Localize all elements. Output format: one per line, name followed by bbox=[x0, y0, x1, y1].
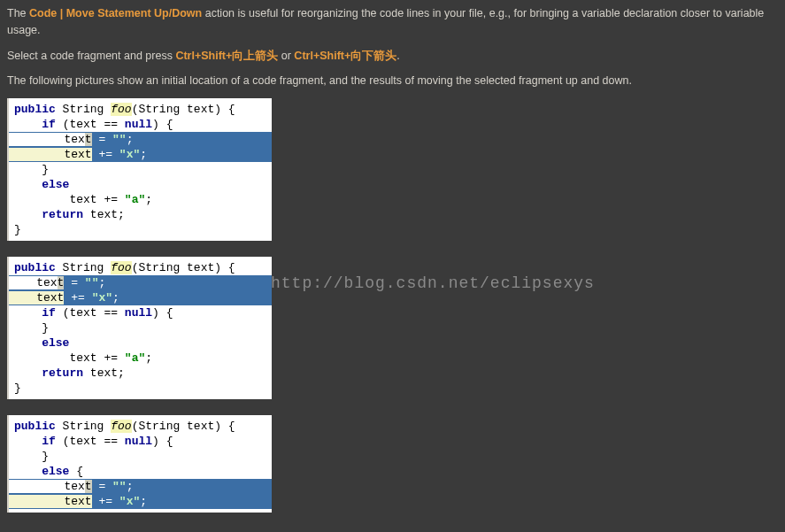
code-line: if (text == null) { bbox=[9, 117, 272, 132]
shortcut-text-1: Select a code fragment and press bbox=[7, 50, 175, 62]
code-line: text += "a"; bbox=[9, 192, 272, 207]
shortcut-down: Ctrl+Shift+向下箭头 bbox=[294, 50, 396, 62]
action-name: Code | Move Statement Up/Down bbox=[29, 7, 202, 19]
shortcut-text-3: . bbox=[396, 50, 399, 62]
shortcut-text-2: or bbox=[278, 50, 294, 62]
code-line: public String foo(String text) { bbox=[9, 102, 272, 117]
code-line: public String foo(String text) { bbox=[9, 419, 272, 434]
code-line: else bbox=[9, 177, 272, 192]
shortcut-paragraph: Select a code fragment and press Ctrl+Sh… bbox=[7, 48, 778, 65]
shortcut-up: Ctrl+Shift+向上箭头 bbox=[175, 50, 278, 62]
code-line: else { bbox=[9, 464, 272, 479]
code-line: if (text == null) { bbox=[9, 434, 272, 449]
code-line: public String foo(String text) { bbox=[9, 260, 272, 275]
explain-paragraph: The following pictures show an initial l… bbox=[7, 73, 778, 89]
code-line-selected: text += "x"; bbox=[9, 147, 272, 162]
intro-text-1: The bbox=[7, 7, 29, 19]
code-line: if (text == null) { bbox=[9, 305, 272, 320]
code-line: } bbox=[9, 320, 272, 335]
code-line: } bbox=[9, 381, 272, 396]
code-line: text += "a"; bbox=[9, 351, 272, 366]
code-line: return text; bbox=[9, 207, 272, 222]
code-line-selected: text += "x"; bbox=[9, 290, 272, 305]
code-line: } bbox=[9, 222, 272, 237]
code-line: return text; bbox=[9, 366, 272, 381]
code-example-moved-up: public String foo(String text) { text = … bbox=[7, 257, 272, 399]
code-line-selected: text = ""; bbox=[9, 275, 272, 290]
code-line-selected: text = ""; bbox=[9, 132, 272, 147]
code-line: } bbox=[9, 162, 272, 177]
watermark-text: http://blog.csdn.net/eclipsexys bbox=[271, 272, 595, 296]
code-line-selected: text = ""; bbox=[9, 479, 272, 494]
code-line-selected: text += "x"; bbox=[9, 494, 272, 509]
code-line: else bbox=[9, 335, 272, 351]
code-example-moved-down: public String foo(String text) { if (tex… bbox=[7, 415, 272, 513]
intro-paragraph: The Code | Move Statement Up/Down action… bbox=[7, 5, 778, 39]
code-example-initial: public String foo(String text) { if (tex… bbox=[7, 98, 272, 241]
code-line: } bbox=[9, 449, 272, 464]
